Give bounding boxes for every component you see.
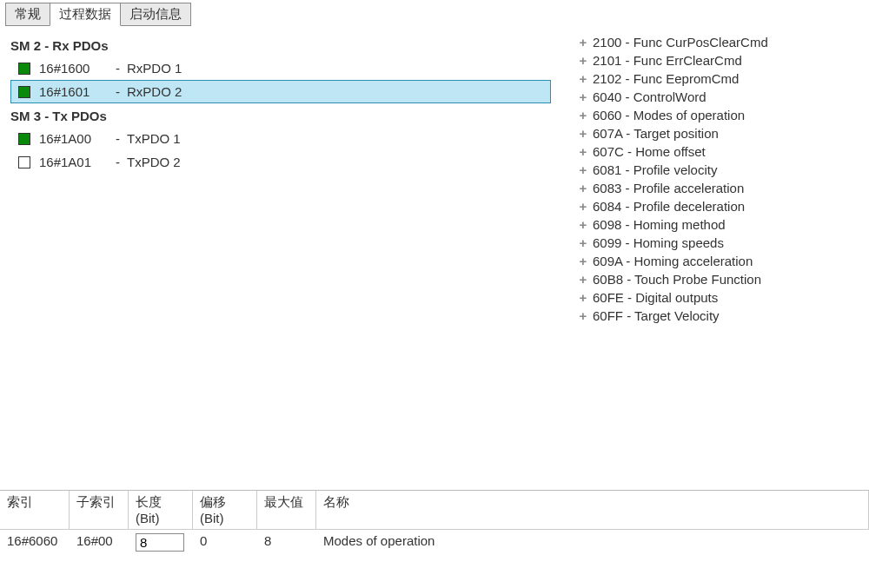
entry-label: 2100 - Func CurPosClearCmd bbox=[593, 35, 768, 50]
entry-label: 60B8 - Touch Probe Function bbox=[593, 272, 761, 287]
pdo-name: RxPDO 2 bbox=[127, 84, 182, 99]
pdo-index: 16#1A00 bbox=[39, 131, 109, 146]
pdo-name: TxPDO 2 bbox=[127, 155, 181, 169]
expand-icon[interactable]: + bbox=[574, 235, 593, 250]
entry-item[interactable]: +60FF - Target Velocity bbox=[574, 307, 869, 325]
pdo-row-rx2[interactable]: 16#1601 - RxPDO 2 bbox=[10, 80, 551, 103]
expand-icon[interactable]: + bbox=[574, 126, 593, 141]
th-subindex[interactable]: 子索引 bbox=[70, 491, 129, 530]
pdo-index: 16#1A01 bbox=[39, 155, 109, 169]
main-area: SM 2 - Rx PDOs 16#1600 - RxPDO 1 16#1601… bbox=[0, 26, 869, 486]
table-row[interactable]: 16#6060 16#00 0 8 Modes of operation bbox=[0, 530, 869, 555]
entry-item[interactable]: +60FE - Digital outputs bbox=[574, 288, 869, 307]
pdo-name: RxPDO 1 bbox=[127, 61, 182, 76]
th-length[interactable]: 长度(Bit) bbox=[129, 491, 193, 530]
pdo-row-tx2[interactable]: 16#1A01 - TxPDO 2 bbox=[10, 150, 551, 174]
entry-label: 60FE - Digital outputs bbox=[593, 290, 718, 305]
entry-item[interactable]: +6099 - Homing speeds bbox=[574, 234, 869, 252]
cell-offset: 0 bbox=[193, 530, 257, 555]
cell-length bbox=[129, 530, 193, 555]
entry-label: 6098 - Homing method bbox=[593, 217, 726, 232]
pdo-name: TxPDO 1 bbox=[127, 131, 181, 146]
tab-startup[interactable]: 启动信息 bbox=[120, 3, 191, 26]
expand-icon[interactable]: + bbox=[574, 71, 593, 86]
entry-item[interactable]: +6040 - ControlWord bbox=[574, 88, 869, 106]
cell-max: 8 bbox=[257, 530, 316, 555]
th-index[interactable]: 索引 bbox=[0, 491, 70, 530]
entry-item[interactable]: +6083 - Profile acceleration bbox=[574, 179, 869, 197]
pdo-list-pane: SM 2 - Rx PDOs 16#1600 - RxPDO 1 16#1601… bbox=[0, 26, 565, 486]
expand-icon[interactable]: + bbox=[574, 199, 593, 214]
table-header: 索引 子索引 长度(Bit) 偏移(Bit) 最大值 名称 bbox=[0, 491, 869, 530]
entry-label: 60FF - Target Velocity bbox=[593, 308, 720, 323]
pdo-index: 16#1600 bbox=[39, 61, 109, 76]
sm3-title: SM 3 - Tx PDOs bbox=[10, 109, 565, 123]
expand-icon[interactable]: + bbox=[574, 181, 593, 195]
entry-label: 6099 - Homing speeds bbox=[593, 235, 724, 250]
expand-icon[interactable]: + bbox=[574, 308, 593, 323]
sm2-title: SM 2 - Rx PDOs bbox=[10, 38, 565, 53]
entry-item[interactable]: +609A - Homing acceleration bbox=[574, 252, 869, 270]
entry-item[interactable]: +2101 - Func ErrClearCmd bbox=[574, 51, 869, 69]
entry-label: 6040 - ControlWord bbox=[593, 89, 706, 104]
entry-label: 2102 - Func EepromCmd bbox=[593, 71, 739, 86]
pdo-index: 16#1601 bbox=[39, 84, 109, 99]
expand-icon[interactable]: + bbox=[574, 217, 593, 232]
entry-list-pane: +2100 - Func CurPosClearCmd+2101 - Func … bbox=[565, 26, 869, 486]
entry-label: 609A - Homing acceleration bbox=[593, 254, 753, 268]
entry-item[interactable]: +6060 - Modes of operation bbox=[574, 106, 869, 124]
entry-item[interactable]: +2100 - Func CurPosClearCmd bbox=[574, 33, 869, 51]
tab-bar: 常规 过程数据 启动信息 bbox=[0, 0, 869, 26]
expand-icon[interactable]: + bbox=[574, 272, 593, 287]
checkbox-rx1[interactable] bbox=[18, 63, 30, 75]
entry-item[interactable]: +6084 - Profile deceleration bbox=[574, 197, 869, 215]
th-name[interactable]: 名称 bbox=[316, 491, 869, 530]
entry-item[interactable]: +60B8 - Touch Probe Function bbox=[574, 270, 869, 288]
checkbox-tx2[interactable] bbox=[18, 156, 30, 168]
entry-item[interactable]: +607A - Target position bbox=[574, 124, 869, 142]
expand-icon[interactable]: + bbox=[574, 108, 593, 122]
entry-label: 607C - Home offset bbox=[593, 144, 706, 159]
entry-label: 6083 - Profile acceleration bbox=[593, 181, 744, 195]
pdo-row-tx1[interactable]: 16#1A00 - TxPDO 1 bbox=[10, 127, 551, 150]
cell-index: 16#6060 bbox=[0, 530, 70, 555]
separator: - bbox=[116, 61, 120, 76]
entry-item[interactable]: +2102 - Func EepromCmd bbox=[574, 69, 869, 88]
expand-icon[interactable]: + bbox=[574, 144, 593, 159]
expand-icon[interactable]: + bbox=[574, 35, 593, 50]
checkbox-tx1[interactable] bbox=[18, 133, 30, 145]
length-input[interactable] bbox=[136, 533, 184, 552]
entry-label: 6060 - Modes of operation bbox=[593, 108, 745, 122]
cell-subindex: 16#00 bbox=[70, 530, 129, 555]
th-offset[interactable]: 偏移(Bit) bbox=[193, 491, 257, 530]
expand-icon[interactable]: + bbox=[574, 89, 593, 104]
entry-label: 2101 - Func ErrClearCmd bbox=[593, 53, 742, 68]
pdo-row-rx1[interactable]: 16#1600 - RxPDO 1 bbox=[10, 56, 551, 80]
checkbox-rx2[interactable] bbox=[18, 86, 30, 98]
expand-icon[interactable]: + bbox=[574, 254, 593, 268]
expand-icon[interactable]: + bbox=[574, 290, 593, 305]
th-max[interactable]: 最大值 bbox=[257, 491, 316, 530]
entry-label: 6081 - Profile velocity bbox=[593, 162, 717, 177]
cell-name: Modes of operation bbox=[316, 530, 869, 555]
tab-general[interactable]: 常规 bbox=[5, 3, 50, 26]
separator: - bbox=[116, 84, 120, 99]
expand-icon[interactable]: + bbox=[574, 53, 593, 68]
expand-icon[interactable]: + bbox=[574, 162, 593, 177]
entry-item[interactable]: +6098 - Homing method bbox=[574, 215, 869, 234]
separator: - bbox=[116, 155, 120, 169]
separator: - bbox=[116, 131, 120, 146]
entry-item[interactable]: +607C - Home offset bbox=[574, 142, 869, 161]
entry-label: 607A - Target position bbox=[593, 126, 719, 141]
mapping-table: 索引 子索引 长度(Bit) 偏移(Bit) 最大值 名称 16#6060 16… bbox=[0, 490, 869, 555]
entry-item[interactable]: +6081 - Profile velocity bbox=[574, 161, 869, 179]
entry-label: 6084 - Profile deceleration bbox=[593, 199, 745, 214]
tab-process-data[interactable]: 过程数据 bbox=[50, 3, 121, 26]
